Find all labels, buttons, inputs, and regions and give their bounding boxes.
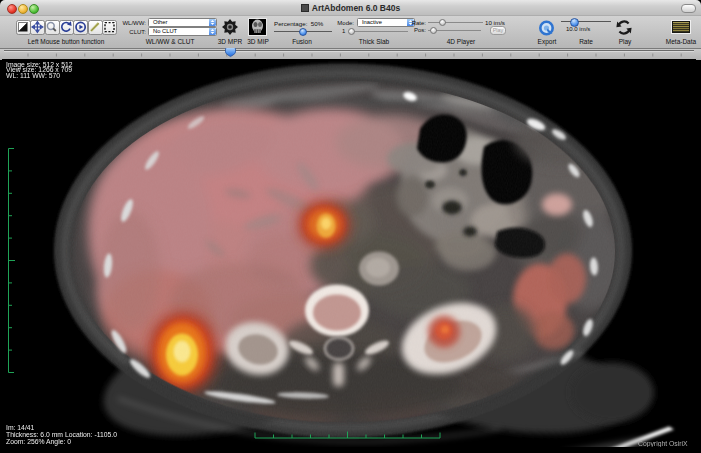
svg-text:Im: 14/41: Im: 14/41 — [6, 424, 35, 431]
svg-text:WL: 111 WW: 570: WL: 111 WW: 570 — [6, 71, 60, 78]
svg-text:Copyright OsiriX: Copyright OsiriX — [638, 439, 688, 447]
svg-text:Zoom: 256% Angle: 0: Zoom: 256% Angle: 0 — [6, 438, 71, 446]
svg-text:Thickness: 6.0 mm Location: -1: Thickness: 6.0 mm Location: -1105.0 — [6, 431, 117, 438]
